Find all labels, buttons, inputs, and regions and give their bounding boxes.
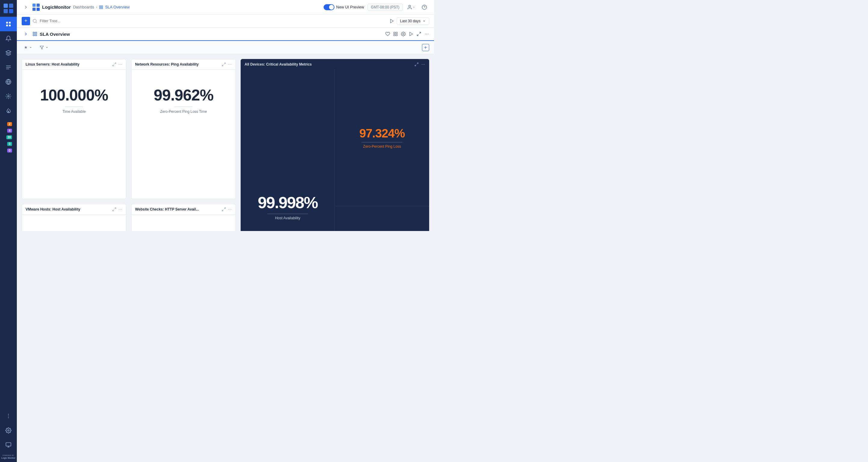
sidebar-item-fire[interactable] [0,103,17,118]
sidebar-badge-0b[interactable]: 0 [3,147,14,153]
timezone-display[interactable]: GMT-08:00 (PST) [368,4,403,11]
svg-line-73 [222,210,223,211]
svg-rect-1 [9,4,13,8]
widget-network-title: Network Resources: Ping Availability [135,62,198,66]
linux-value: 100.000% [40,86,108,104]
svg-rect-37 [35,32,37,34]
search-input[interactable] [40,19,387,23]
svg-rect-40 [394,32,395,34]
widget-website-body: 95.290% Time Available [131,215,236,231]
more-icon[interactable] [228,62,232,66]
svg-line-72 [224,208,225,209]
ping-divider [362,142,402,143]
sidebar-badge-2[interactable]: 2 [3,120,14,126]
svg-line-57 [224,63,225,64]
svg-rect-41 [396,32,397,34]
svg-rect-0 [4,4,8,8]
svg-marker-8 [6,51,11,53]
sidebar-item-topology[interactable] [0,74,17,89]
help-button[interactable] [420,2,429,12]
new-ui-toggle-container: New UI Preview [323,4,364,10]
svg-line-34 [36,22,37,23]
sidebar-badge-4[interactable]: 4 [3,127,14,133]
dashboard-title: SLA Overview [40,32,70,37]
widget-all-devices: All Devices: Critical Availability Metri… [241,59,429,231]
settings-icon[interactable] [401,32,406,36]
svg-point-14 [8,96,9,97]
filter-button[interactable] [37,44,51,51]
add-button[interactable]: + [22,17,30,25]
host-availability-value: 99.998% [258,193,318,212]
sidebar-item-dashboards[interactable] [0,17,17,31]
network-divider [175,106,192,107]
badge-0a: 0 [7,142,12,146]
sidebar-item-resources[interactable] [0,46,17,60]
sidebar-item-ai[interactable] [0,89,17,103]
new-ui-toggle[interactable] [323,4,335,10]
more-icon[interactable] [424,32,429,36]
expand-icon[interactable] [222,207,226,211]
sidebar: 2 4 39 0 0 POWERED BY Logic Monitor [0,0,17,231]
more-icon[interactable] [118,207,122,211]
sidebar-item-alerts[interactable] [0,31,17,46]
grid-icon[interactable] [393,32,398,36]
svg-marker-35 [391,19,393,23]
network-value: 99.962% [154,86,213,104]
search-icon [32,19,37,24]
svg-point-69 [119,209,119,210]
breadcrumb-current[interactable]: SLA Overview [105,5,130,9]
date-range-button[interactable]: Last 30 days [397,18,429,25]
svg-rect-26 [99,5,101,7]
svg-point-75 [229,209,230,210]
svg-point-55 [120,64,121,65]
badge-0b: 0 [7,149,12,153]
svg-point-76 [231,209,231,210]
ping-loss-value: 97.324% [360,127,405,140]
expand-icon[interactable] [112,207,116,211]
svg-point-64 [422,64,422,65]
star-icon: ★ [24,45,28,50]
linux-label: Time Available [62,110,85,114]
svg-point-65 [423,64,424,65]
svg-point-30 [409,5,410,7]
searchbar: + Last 30 days [17,14,434,28]
expand-icon[interactable] [222,62,226,66]
topnav: LogicMonitor Dashboards › SLA Overview N… [17,0,434,14]
svg-marker-51 [40,46,43,49]
widget-network-header: Network Resources: Ping Availability [131,59,236,70]
expand-icon[interactable] [414,62,418,66]
new-ui-label: New UI Preview [336,5,364,9]
more-icon[interactable] [118,62,122,66]
svg-rect-42 [394,34,395,36]
user-menu-button[interactable] [406,2,416,12]
svg-rect-4 [6,22,8,24]
fullscreen-icon[interactable] [416,32,422,36]
sidebar-toggle-button[interactable] [22,3,30,11]
svg-line-53 [113,65,114,66]
widget-website: Website Checks: HTTP Server Avail... 95.… [131,204,236,231]
topnav-right: New UI Preview GMT-08:00 (PST) [323,2,429,12]
svg-rect-28 [99,7,101,9]
svg-rect-3 [9,9,13,13]
dashboard-header: SLA Overview [17,28,434,41]
svg-point-71 [121,209,122,210]
star-filter-button[interactable]: ★ [22,44,35,51]
svg-point-61 [231,64,231,65]
dashboard-collapse-button[interactable] [22,30,30,38]
heart-icon[interactable] [385,32,390,36]
svg-marker-45 [410,32,412,36]
expand-icon[interactable] [112,62,116,66]
ping-loss-label: Zero-Percent Ping Loss [363,144,401,149]
play-icon[interactable] [409,32,413,36]
toggle-knob [329,5,334,10]
more-icon[interactable] [228,207,232,211]
more-icon[interactable] [421,62,425,66]
chevron-down-icon [29,46,32,49]
sidebar-badge-39[interactable]: 39 [3,133,14,140]
add-widget-button[interactable]: + [422,44,429,51]
badge-4: 4 [7,129,12,133]
sidebar-badge-0a[interactable]: 0 [3,140,14,146]
sidebar-item-logs[interactable] [0,60,17,74]
widget-network-actions [222,62,232,66]
svg-rect-6 [6,25,8,27]
